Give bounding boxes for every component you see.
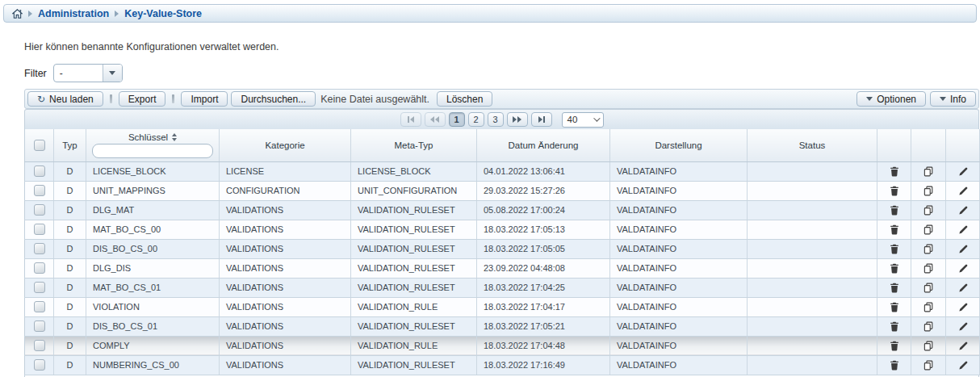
filter-select[interactable]: - xyxy=(53,64,123,82)
chevron-down-icon xyxy=(940,97,946,101)
cell-datum-aenderung: 18.03.2022 17:04:48 xyxy=(477,336,610,355)
row-delete-button[interactable] xyxy=(888,165,901,178)
row-edit-button[interactable] xyxy=(957,242,970,256)
row-edit-button[interactable] xyxy=(957,223,970,237)
row-edit-button[interactable] xyxy=(957,339,970,353)
browse-file-button[interactable]: Durchsuchen... xyxy=(231,91,316,107)
row-copy-button[interactable] xyxy=(922,223,935,237)
toolbar-separator xyxy=(172,94,174,103)
trash-icon xyxy=(890,302,899,312)
row-copy-button[interactable] xyxy=(922,165,935,178)
cell-meta-typ: VALIDATION_RULESET xyxy=(351,316,477,336)
row-copy-button[interactable] xyxy=(922,281,935,295)
chevron-right-icon xyxy=(115,10,119,17)
row-delete-button[interactable] xyxy=(888,300,901,314)
pencil-icon xyxy=(958,166,968,177)
row-checkbox[interactable] xyxy=(34,262,45,274)
row-delete-button[interactable] xyxy=(888,358,901,372)
row-edit-button[interactable] xyxy=(957,262,970,275)
row-edit-button[interactable] xyxy=(957,165,970,178)
page-button-2[interactable]: 2 xyxy=(468,112,484,127)
row-checkbox[interactable] xyxy=(34,185,45,196)
chevron-right-icon xyxy=(28,10,32,17)
row-delete-button[interactable] xyxy=(888,184,901,198)
cell-schluessel: MAT_BO_CS_00 xyxy=(86,220,220,239)
export-button[interactable]: Export xyxy=(119,91,166,107)
select-all-checkbox[interactable] xyxy=(34,140,45,151)
row-copy-button[interactable] xyxy=(922,300,935,314)
page-size-select[interactable]: 40 xyxy=(562,112,604,128)
header-datum-aenderung: Datum Änderung xyxy=(477,129,610,161)
cell-typ: D xyxy=(54,278,86,297)
delete-button[interactable]: Löschen xyxy=(437,91,492,107)
row-copy-button[interactable] xyxy=(922,203,935,217)
row-edit-button[interactable] xyxy=(957,184,970,198)
cell-schluessel: DLG_DIS xyxy=(86,258,220,278)
cell-typ: D xyxy=(54,181,86,200)
cell-schluessel: NUMBERING_CS_00 xyxy=(86,355,220,375)
pencil-icon xyxy=(958,244,968,254)
cell-meta-typ: VALIDATION_RULESET xyxy=(351,220,477,239)
last-page-button[interactable] xyxy=(531,112,552,127)
row-delete-button[interactable] xyxy=(888,203,901,217)
cell-status xyxy=(748,336,877,355)
pencil-icon xyxy=(958,283,968,293)
row-copy-button[interactable] xyxy=(922,339,935,353)
row-checkbox[interactable] xyxy=(34,340,45,351)
row-checkbox[interactable] xyxy=(34,224,45,235)
info-menu-button[interactable]: Info xyxy=(930,91,976,107)
reload-button[interactable]: ↻ Neu laden xyxy=(27,91,103,107)
trash-icon xyxy=(890,186,899,196)
row-checkbox[interactable] xyxy=(34,165,45,177)
prev-page-button[interactable] xyxy=(425,112,446,127)
first-page-button[interactable] xyxy=(400,112,421,127)
row-checkbox[interactable] xyxy=(34,282,45,293)
row-copy-button[interactable] xyxy=(922,242,935,256)
dropdown-button[interactable] xyxy=(103,65,122,82)
header-meta-typ: Meta-Typ xyxy=(351,129,477,161)
breadcrumb-item-key-value-store[interactable]: Key-Value-Store xyxy=(124,8,202,19)
row-edit-button[interactable] xyxy=(957,358,970,372)
pencil-icon xyxy=(958,302,968,312)
row-delete-button[interactable] xyxy=(888,339,901,353)
cell-meta-typ: VALIDATION_RULE xyxy=(351,336,477,355)
schluessel-filter-input[interactable] xyxy=(92,144,213,158)
home-icon[interactable] xyxy=(12,9,23,19)
row-delete-button[interactable] xyxy=(888,320,901,333)
cell-typ: D xyxy=(54,336,86,355)
cell-status xyxy=(748,161,877,181)
breadcrumb-item-administration[interactable]: Administration xyxy=(38,8,109,19)
page-size-value: 40 xyxy=(567,115,593,124)
row-edit-button[interactable] xyxy=(957,300,970,314)
row-checkbox[interactable] xyxy=(34,204,45,216)
row-delete-button[interactable] xyxy=(888,223,901,237)
cell-status xyxy=(748,200,877,220)
row-checkbox[interactable] xyxy=(34,301,45,312)
row-delete-button[interactable] xyxy=(888,281,901,295)
row-edit-button[interactable] xyxy=(957,203,970,217)
page-button-3[interactable]: 3 xyxy=(488,112,504,127)
import-button[interactable]: Import xyxy=(181,91,228,107)
row-checkbox[interactable] xyxy=(34,243,45,254)
row-copy-button[interactable] xyxy=(922,262,935,275)
row-copy-button[interactable] xyxy=(922,184,935,198)
row-edit-button[interactable] xyxy=(957,320,970,333)
page-button-1[interactable]: 1 xyxy=(449,112,465,127)
cell-meta-typ: VALIDATION_RULE xyxy=(351,297,477,316)
cell-kategorie: VALIDATIONS xyxy=(220,297,351,316)
table-row: D DLG_MAT VALIDATIONS VALIDATION_RULESET… xyxy=(25,200,980,220)
row-checkbox[interactable] xyxy=(34,320,45,332)
row-checkbox[interactable] xyxy=(34,359,45,371)
row-delete-button[interactable] xyxy=(888,242,901,256)
row-copy-button[interactable] xyxy=(922,320,935,333)
header-schluessel[interactable]: Schlüssel xyxy=(86,129,220,161)
header-darstellung: Darstellung xyxy=(610,129,748,161)
next-page-button[interactable] xyxy=(507,112,528,127)
row-delete-button[interactable] xyxy=(888,262,901,275)
options-menu-button[interactable]: Optionen xyxy=(856,91,926,107)
cell-status xyxy=(748,278,877,297)
copy-icon xyxy=(923,321,933,332)
row-edit-button[interactable] xyxy=(957,281,970,295)
row-copy-button[interactable] xyxy=(922,358,935,372)
cell-datum-aenderung: 18.03.2022 17:05:21 xyxy=(477,316,610,336)
